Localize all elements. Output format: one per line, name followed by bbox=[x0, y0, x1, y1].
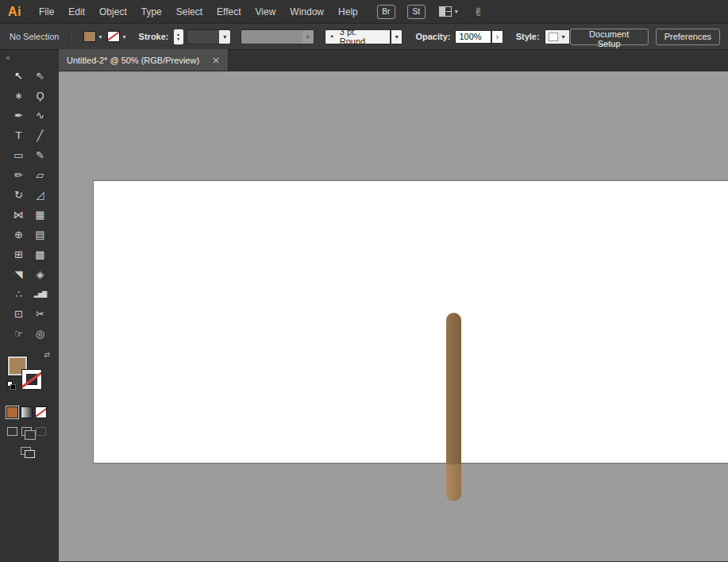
direct-selection-tool[interactable]: ⇖ bbox=[29, 66, 51, 85]
chevron-down-icon: ▾ bbox=[99, 33, 102, 40]
style-swatch bbox=[549, 33, 558, 41]
draw-normal-icon[interactable] bbox=[7, 427, 17, 436]
menu-view[interactable]: View bbox=[248, 0, 283, 24]
brush-definition-value: 3 pt. Round bbox=[340, 27, 385, 46]
magic-wand-tool[interactable]: ∗ bbox=[8, 86, 29, 105]
stroke-swatch-large[interactable] bbox=[22, 370, 41, 389]
menu-edit[interactable]: Edit bbox=[61, 0, 92, 24]
mini-stroke-swatch bbox=[10, 384, 16, 390]
draw-inside-icon[interactable] bbox=[36, 427, 46, 436]
chevron-down-icon: ▾ bbox=[455, 8, 458, 15]
brush-definition-combo[interactable]: • 3 pt. Round bbox=[325, 29, 391, 44]
free-transform-tool[interactable]: ▦ bbox=[29, 205, 51, 224]
chevron-down-icon: ▾ bbox=[219, 30, 230, 44]
scale-tool[interactable]: ◿ bbox=[29, 185, 51, 204]
stock-button[interactable]: St bbox=[407, 5, 426, 19]
stroke-none-swatch[interactable] bbox=[107, 31, 120, 42]
column-graph-tool[interactable]: ▂▅▇ bbox=[29, 284, 51, 303]
pen-tool[interactable]: ✒ bbox=[8, 106, 29, 125]
brush-preview-dot: • bbox=[331, 33, 333, 40]
menu-help[interactable]: Help bbox=[331, 0, 365, 24]
menu-file[interactable]: File bbox=[32, 0, 61, 24]
document-column: Untitled-2* @ 50% (RGB/Preview) × bbox=[59, 50, 728, 561]
tools-grid: ↖ ⇖ ∗ Ϙ ✒ ∿ T ╱ ▭ ✎ ✏ ▱ ↻ ◿ ⋈ ▦ ⊕ ▤ ⊞ ▩ … bbox=[0, 66, 59, 343]
gradient-tool[interactable]: ▩ bbox=[29, 244, 51, 264]
width-tool[interactable]: ⋈ bbox=[8, 205, 29, 224]
illustrator-logo: Ai bbox=[0, 5, 32, 19]
selection-tool[interactable]: ↖ bbox=[8, 66, 29, 85]
symbol-sprayer-tool[interactable]: ∴ bbox=[8, 284, 29, 303]
tab-strip: Untitled-2* @ 50% (RGB/Preview) × bbox=[59, 50, 728, 71]
drawing-modes bbox=[7, 427, 59, 436]
document-setup-button[interactable]: Document Setup bbox=[570, 29, 649, 45]
lasso-tool[interactable]: Ϙ bbox=[29, 86, 51, 105]
artboard[interactable] bbox=[93, 180, 728, 464]
eyedropper-tool[interactable]: ◥ bbox=[8, 264, 29, 283]
stick-shape[interactable] bbox=[446, 313, 461, 501]
workspace-icon bbox=[439, 6, 452, 17]
menu-window[interactable]: Window bbox=[283, 0, 331, 24]
screen-mode-button[interactable] bbox=[21, 447, 37, 459]
swap-fill-stroke-icon[interactable]: ⇄ bbox=[44, 351, 50, 359]
menu-effect[interactable]: Effect bbox=[210, 0, 248, 24]
fill-stroke-widget: ⇄ bbox=[7, 352, 52, 394]
color-type-buttons bbox=[6, 406, 59, 418]
artboard-tool[interactable]: ⊡ bbox=[8, 304, 29, 323]
none-button[interactable] bbox=[35, 406, 47, 418]
curvature-tool[interactable]: ∿ bbox=[29, 106, 51, 125]
slice-tool[interactable]: ✂ bbox=[29, 304, 51, 323]
main-area: « ↖ ⇖ ∗ Ϙ ✒ ∿ T ╱ ▭ ✎ ✏ ▱ ↻ ◿ ⋈ ▦ ⊕ ▤ ⊞ … bbox=[0, 50, 728, 561]
collapse-panel-icon[interactable]: « bbox=[0, 50, 59, 63]
stroke-weight-combo[interactable]: ▾ bbox=[187, 29, 232, 44]
blend-tool[interactable]: ◈ bbox=[29, 264, 51, 283]
stepper-down-icon[interactable]: ▾ bbox=[177, 37, 179, 41]
mesh-tool[interactable]: ⊞ bbox=[8, 244, 29, 264]
style-label: Style: bbox=[516, 32, 540, 41]
divider bbox=[71, 28, 72, 45]
chevron-down-icon: ▾ bbox=[558, 30, 569, 44]
screen-mode-front-icon bbox=[25, 450, 35, 458]
fill-swatch[interactable] bbox=[83, 31, 96, 42]
color-button[interactable] bbox=[6, 406, 18, 418]
close-icon[interactable]: × bbox=[212, 55, 220, 66]
rotate-tool[interactable]: ↻ bbox=[8, 185, 29, 204]
stroke-color-picker[interactable]: ▾ bbox=[107, 31, 126, 42]
none-slash-icon bbox=[35, 407, 47, 418]
opacity-label: Opacity: bbox=[415, 32, 450, 41]
document-tab-title: Untitled-2* @ 50% (RGB/Preview) bbox=[67, 56, 199, 65]
variable-width-profile-combo[interactable]: ▾ bbox=[241, 29, 314, 44]
rectangle-tool[interactable]: ▭ bbox=[8, 145, 29, 164]
canvas[interactable] bbox=[59, 71, 728, 561]
document-tab[interactable]: Untitled-2* @ 50% (RGB/Preview) × bbox=[59, 49, 229, 71]
bridge-button[interactable]: Br bbox=[377, 5, 395, 19]
type-tool[interactable]: T bbox=[8, 125, 29, 144]
fill-color-picker[interactable]: ▾ bbox=[83, 31, 102, 42]
menu-select[interactable]: Select bbox=[169, 0, 210, 24]
gradient-button[interactable] bbox=[21, 406, 33, 418]
shaper-tool[interactable]: ✏ bbox=[8, 165, 29, 184]
opacity-arrow-button[interactable]: › bbox=[492, 30, 503, 44]
shape-builder-tool[interactable]: ⊕ bbox=[8, 225, 29, 244]
menu-bar: Ai File Edit Object Type Select Effect V… bbox=[0, 0, 728, 24]
zoom-tool[interactable]: ◎ bbox=[29, 324, 51, 343]
workspace-switcher[interactable]: ▾ bbox=[439, 6, 458, 17]
menu-object[interactable]: Object bbox=[92, 0, 134, 24]
line-segment-tool[interactable]: ╱ bbox=[29, 125, 51, 144]
paintbrush-tool[interactable]: ✎ bbox=[29, 145, 51, 164]
control-bar: No Selection ▾ ▾ Stroke: ▴ ▾ ▾ ▾ • 3 pt.… bbox=[0, 24, 728, 50]
preferences-button[interactable]: Preferences bbox=[656, 29, 720, 45]
menu-type[interactable]: Type bbox=[134, 0, 169, 24]
tools-panel: « ↖ ⇖ ∗ Ϙ ✒ ∿ T ╱ ▭ ✎ ✏ ▱ ↻ ◿ ⋈ ▦ ⊕ ▤ ⊞ … bbox=[0, 50, 59, 561]
perspective-grid-tool[interactable]: ▤ bbox=[29, 225, 51, 244]
opacity-input[interactable] bbox=[455, 30, 491, 44]
stroke-weight-stepper[interactable]: ▴ ▾ bbox=[174, 29, 183, 44]
touch-workspace-icon[interactable]: ✌ bbox=[474, 6, 483, 18]
eraser-tool[interactable]: ▱ bbox=[29, 165, 51, 184]
stroke-label: Stroke: bbox=[139, 32, 169, 41]
chevron-down-icon: ▾ bbox=[302, 30, 314, 44]
hand-tool[interactable]: ☞ bbox=[8, 324, 29, 343]
style-combo[interactable]: ▾ bbox=[545, 29, 570, 44]
brush-chevron-button[interactable]: ▾ bbox=[391, 29, 403, 44]
default-fill-stroke-icon[interactable] bbox=[7, 381, 17, 391]
draw-behind-icon[interactable] bbox=[21, 427, 32, 436]
